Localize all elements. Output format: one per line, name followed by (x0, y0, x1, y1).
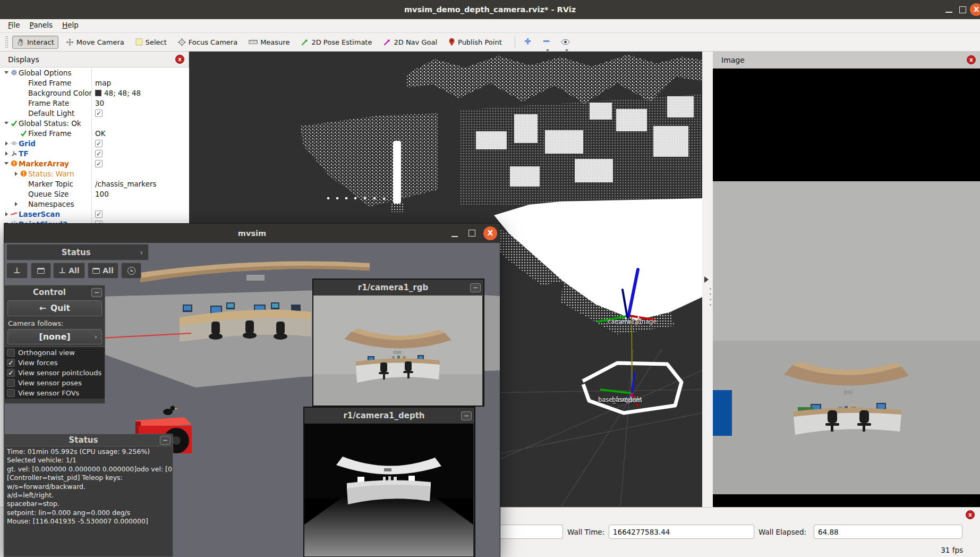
close-panel-icon[interactable]: x (966, 510, 975, 519)
minimize-panel-icon[interactable]: − (461, 411, 472, 420)
display-row-value[interactable]: 100 (91, 190, 189, 198)
checkbox[interactable] (95, 210, 103, 218)
menu-file[interactable]: File (3, 19, 25, 29)
expander-down-icon[interactable] (3, 71, 10, 74)
tool-zoom-out[interactable] (539, 35, 553, 49)
checkbox[interactable] (7, 349, 15, 357)
tool-measure[interactable]: Measure (245, 36, 293, 48)
display-row-value[interactable]: 30 (91, 99, 189, 107)
tool-zoom-in[interactable] (521, 35, 535, 49)
option-view-forces[interactable]: View forces (5, 358, 105, 368)
minimize-panel-icon[interactable]: − (160, 436, 171, 445)
checkbox[interactable] (7, 369, 15, 377)
camera-follows-dropdown[interactable]: [none] › (7, 329, 102, 344)
option-view-sensor-poses[interactable]: View sensor poses (5, 378, 105, 388)
menu-panels[interactable]: Panels (25, 19, 57, 29)
display-row[interactable]: Global Status: Ok (0, 118, 189, 128)
mvsim-button-dock-all[interactable]: ⊥All (53, 263, 85, 278)
mvsim-titlebar[interactable]: mvsim X (4, 224, 500, 243)
minimize-icon[interactable] (945, 12, 952, 13)
expander-down-icon[interactable] (3, 122, 10, 124)
maximize-icon[interactable] (468, 230, 475, 237)
option-view-sensor-fovs[interactable]: View sensor FOVs (5, 388, 105, 398)
checkbox[interactable] (95, 150, 103, 157)
displays-panel-header[interactable]: Displays x (0, 52, 189, 67)
mvsim-button-clock[interactable] (121, 263, 141, 278)
expander-right-icon[interactable] (13, 202, 19, 206)
tool-camera-view[interactable] (558, 35, 573, 49)
display-row[interactable]: Namespaces (0, 199, 189, 209)
expander-right-icon[interactable] (3, 212, 10, 216)
display-row[interactable]: Status: Warn (0, 168, 189, 179)
wall-elapsed-field[interactable]: 64.88 (814, 525, 962, 539)
toolbar-grip[interactable] (5, 36, 8, 48)
mvsim-button-dock[interactable]: ⊥ (6, 263, 28, 278)
mvsim-window[interactable]: mvsim X Status › Control − Quit Camera f… (4, 224, 500, 557)
maximize-icon[interactable] (959, 6, 966, 13)
camera-depth-titlebar[interactable]: r1/camera1_depth − (304, 408, 474, 424)
display-row-value[interactable]: map (91, 79, 189, 87)
checkbox[interactable] (95, 160, 103, 167)
panel-splitter[interactable] (702, 52, 713, 507)
dropdown-arrow-icon[interactable] (565, 49, 568, 52)
display-row[interactable]: TF (0, 148, 189, 158)
camera-depth-window[interactable]: r1/camera1_depth − (303, 407, 475, 557)
tool-select[interactable]: Select (132, 36, 171, 48)
minimize-panel-icon[interactable]: − (470, 283, 481, 292)
display-row[interactable]: Queue Size100 (0, 189, 189, 199)
dropdown-arrow-icon[interactable] (546, 49, 549, 52)
display-row[interactable]: Background Color48; 48; 48 (0, 88, 189, 98)
display-row-value[interactable] (91, 150, 189, 157)
expander-right-icon[interactable] (3, 151, 10, 156)
option-view-sensor-pointclouds[interactable]: View sensor pointclouds (5, 368, 105, 378)
expander-right-icon[interactable] (3, 141, 10, 146)
tool-move-camera[interactable]: Move Camera (62, 36, 128, 48)
menu-help[interactable]: Help (57, 19, 83, 29)
close-icon[interactable]: X (970, 3, 980, 16)
display-row[interactable]: MarkerArray (0, 158, 189, 168)
checkbox[interactable] (7, 379, 15, 387)
display-row-value[interactable] (91, 140, 189, 147)
checkbox[interactable] (95, 109, 103, 117)
tool-interact[interactable]: Interact (12, 36, 58, 49)
close-icon[interactable]: X (483, 226, 497, 240)
mvsim-status-menu[interactable]: Status › (6, 244, 149, 260)
display-row-value[interactable]: /chassis_markers (91, 180, 189, 188)
display-row[interactable]: Fixed FrameOK (0, 128, 189, 138)
mvsim-button-window[interactable] (31, 263, 51, 278)
display-row[interactable]: Grid (0, 138, 189, 148)
camera-rgb-titlebar[interactable]: r1/camera1_rgb − (313, 280, 483, 296)
minimize-icon[interactable] (451, 236, 458, 237)
display-row[interactable]: Global Options (0, 67, 189, 78)
display-row[interactable]: Default Light (0, 108, 189, 118)
close-panel-icon[interactable]: x (175, 55, 184, 64)
checkbox[interactable] (7, 359, 15, 367)
display-row[interactable]: Marker Topic/chassis_markers (0, 179, 189, 189)
display-row-value[interactable]: 48; 48; 48 (91, 89, 189, 97)
expander-down-icon[interactable] (3, 162, 10, 165)
tool-publish-point[interactable]: Publish Point (445, 36, 506, 48)
display-row-value[interactable] (91, 109, 189, 117)
collapse-arrow-icon[interactable] (704, 276, 709, 283)
checkbox[interactable] (7, 389, 15, 397)
checkbox[interactable] (95, 140, 103, 147)
display-row[interactable]: Fixed Framemap (0, 78, 189, 88)
close-panel-icon[interactable]: x (967, 55, 976, 64)
expander-right-icon[interactable] (13, 172, 19, 176)
tool-nav-goal[interactable]: 2D Nav Goal (379, 36, 441, 48)
wall-time-field[interactable]: 1664277583.44 (609, 525, 754, 539)
display-row[interactable]: Frame Rate30 (0, 98, 189, 108)
tool-focus-camera[interactable]: Focus Camera (174, 36, 241, 48)
image-panel-header[interactable]: Image x (713, 52, 980, 69)
tool-pose-estimate[interactable]: 2D Pose Estimate (297, 36, 376, 48)
display-row[interactable]: LaserScan (0, 209, 189, 219)
mvsim-button-window-all[interactable]: All (88, 263, 118, 278)
minimize-panel-icon[interactable]: − (91, 288, 102, 297)
option-orthogonal-view[interactable]: Orthogonal view (5, 348, 105, 358)
display-row-value[interactable] (91, 160, 189, 167)
quit-button[interactable]: Quit (7, 300, 102, 316)
window-titlebar[interactable]: mvsim_demo_depth_camera.rviz* - RViz X (0, 0, 980, 19)
camera-rgb-window[interactable]: r1/camera1_rgb − (312, 278, 484, 407)
display-row-value[interactable] (91, 210, 189, 218)
display-row-value[interactable]: OK (91, 129, 189, 138)
